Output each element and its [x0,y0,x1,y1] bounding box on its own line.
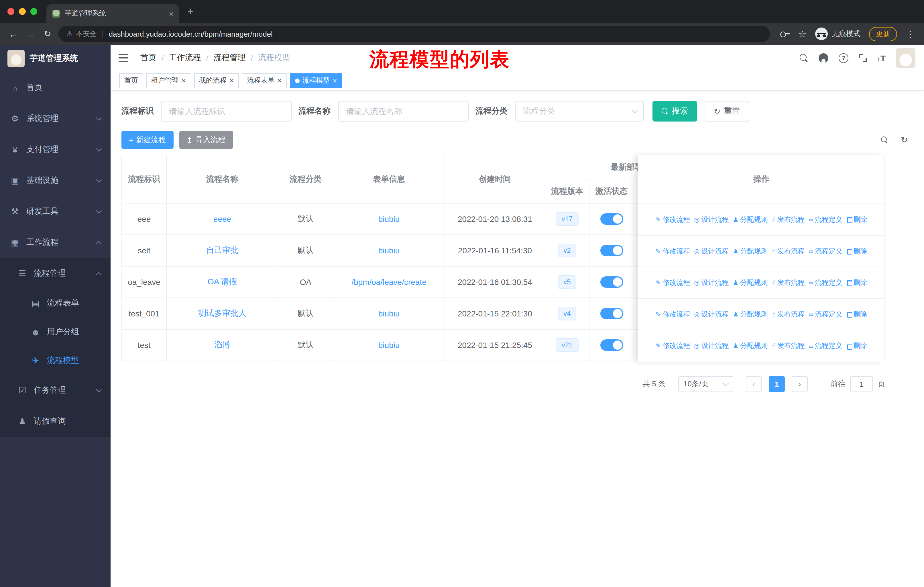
sidebar-logo[interactable]: 芋道管理系统 [0,45,111,72]
process-category-select[interactable]: 流程分类 [515,101,644,122]
search-button[interactable]: 搜索 [652,101,697,122]
process-name-input[interactable] [338,101,469,122]
breadcrumb-process-management[interactable]: 流程管理 [214,53,246,63]
browser-menu-icon[interactable]: ⋮ [906,28,915,39]
edit-process-link[interactable]: ✎修改流程 [656,341,690,351]
sidebar-item-devtools[interactable]: ⚒ 研发工具 [0,196,111,227]
sidebar-item-task-management[interactable]: ☑ 任务管理 [0,375,111,406]
form-info-link[interactable]: /bpm/oa/leave/create [351,278,426,287]
sidebar-item-infrastructure[interactable]: ▣ 基础设施 [0,165,111,196]
publish-process-link[interactable]: ☝发布流程 [772,246,805,256]
design-process-link[interactable]: ◎设计流程 [694,309,729,319]
minimize-window-button[interactable] [19,8,26,15]
publish-process-link[interactable]: ☝发布流程 [772,309,805,319]
version-badge[interactable]: v2 [558,244,576,257]
form-info-link[interactable]: biubiu [378,214,400,223]
tag-home[interactable]: 首页 [119,73,143,88]
process-name-link[interactable]: 自己审批 [206,245,238,255]
delete-process-link[interactable]: 删除 [846,246,867,256]
form-info-link[interactable]: biubiu [378,246,400,255]
prev-page-button[interactable]: ‹ [746,376,762,392]
page-size-select[interactable]: 10条/页 [678,376,733,392]
tag-close-icon[interactable]: × [229,77,234,84]
bookmark-star-icon[interactable]: ☆ [798,28,807,39]
fullscreen-icon[interactable] [859,54,867,62]
version-badge[interactable]: v17 [556,212,579,226]
process-definition-link[interactable]: ∞流程定义 [809,341,843,351]
edit-process-link[interactable]: ✎修改流程 [656,309,690,319]
github-icon[interactable] [819,53,828,63]
active-toggle[interactable] [600,245,623,256]
assign-rule-link[interactable]: ♟分配规则 [733,309,767,319]
delete-process-link[interactable]: 删除 [846,278,867,288]
back-icon[interactable]: ← [5,29,22,39]
process-name-link[interactable]: 滔博 [214,340,230,349]
process-definition-link[interactable]: ∞流程定义 [809,309,843,319]
import-process-button[interactable]: ↥ 导入流程 [179,131,233,149]
process-name-link[interactable]: 测试多审批人 [198,308,246,317]
form-info-link[interactable]: biubiu [378,309,400,318]
edit-process-link[interactable]: ✎修改流程 [656,278,690,288]
publish-process-link[interactable]: ☝发布流程 [772,341,805,351]
font-size-icon[interactable]: TT [877,53,886,63]
search-icon[interactable] [800,54,808,62]
delete-process-link[interactable]: 删除 [846,309,867,319]
create-process-button[interactable]: + 新建流程 [121,131,173,149]
version-badge[interactable]: v4 [558,307,576,321]
active-toggle[interactable] [600,339,623,351]
user-avatar[interactable] [896,48,916,68]
design-process-link[interactable]: ◎设计流程 [694,215,729,225]
address-bar[interactable]: ⚠ 不安全 dashboard.yudao.iocoder.cn/bpm/man… [58,26,770,42]
next-page-button[interactable]: › [792,376,808,392]
active-toggle[interactable] [600,276,623,288]
tag-process-form[interactable]: 流程表单 × [242,73,287,88]
process-definition-link[interactable]: ∞流程定义 [809,278,843,288]
tag-close-icon[interactable]: × [333,77,337,84]
reset-button[interactable]: ↻ 重置 [705,101,749,122]
current-page-button[interactable]: 1 [769,376,785,392]
tab-close-icon[interactable]: × [169,10,173,18]
sidebar-item-payment[interactable]: ¥ 支付管理 [0,134,111,165]
new-tab-button[interactable]: + [187,5,194,18]
edit-process-link[interactable]: ✎修改流程 [656,215,690,225]
password-key-icon[interactable] [780,30,790,37]
maximize-window-button[interactable] [30,8,37,15]
assign-rule-link[interactable]: ♟分配规则 [733,215,767,225]
sidebar-item-system[interactable]: ⚙ 系统管理 [0,103,111,134]
delete-process-link[interactable]: 删除 [846,341,867,351]
assign-rule-link[interactable]: ♟分配规则 [733,341,767,351]
sidebar-item-process-form[interactable]: ▤ 流程表单 [0,289,111,317]
tag-tenant[interactable]: 租户管理 × [146,73,191,88]
help-icon[interactable]: ? [839,53,849,63]
tag-close-icon[interactable]: × [277,77,282,84]
design-process-link[interactable]: ◎设计流程 [694,341,729,351]
close-window-button[interactable] [7,8,14,15]
goto-page-input[interactable] [850,376,873,392]
tag-my-process[interactable]: 我的流程 × [194,73,239,88]
reload-icon[interactable]: ↻ [39,29,56,39]
hamburger-icon[interactable] [119,54,128,62]
assign-rule-link[interactable]: ♟分配规则 [733,278,767,288]
assign-rule-link[interactable]: ♟分配规则 [733,246,767,256]
delete-process-link[interactable]: 删除 [846,215,867,225]
process-definition-link[interactable]: ∞流程定义 [809,215,843,225]
toggle-search-icon[interactable] [881,136,888,143]
version-badge[interactable]: v21 [556,338,579,352]
sidebar-item-home[interactable]: ⌂ 首页 [0,72,111,103]
active-toggle[interactable] [600,308,623,319]
edit-process-link[interactable]: ✎修改流程 [656,246,690,256]
design-process-link[interactable]: ◎设计流程 [694,278,729,288]
sidebar-item-workflow[interactable]: ▦ 工作流程 [0,227,111,258]
publish-process-link[interactable]: ☝发布流程 [772,278,805,288]
sidebar-item-user-group[interactable]: ☻ 用户分组 [0,317,111,346]
breadcrumb-workflow[interactable]: 工作流程 [169,53,201,63]
refresh-icon[interactable]: ↻ [901,135,908,145]
forward-icon[interactable]: → [22,29,39,39]
version-badge[interactable]: v5 [558,275,576,289]
sidebar-item-leave-query[interactable]: ♟ 请假查询 [0,406,111,437]
tag-close-icon[interactable]: × [182,77,186,84]
process-name-link[interactable]: eeee [213,214,231,223]
process-id-input[interactable] [161,101,292,122]
browser-update-button[interactable]: 更新 [869,26,897,41]
form-info-link[interactable]: biubiu [378,341,400,350]
